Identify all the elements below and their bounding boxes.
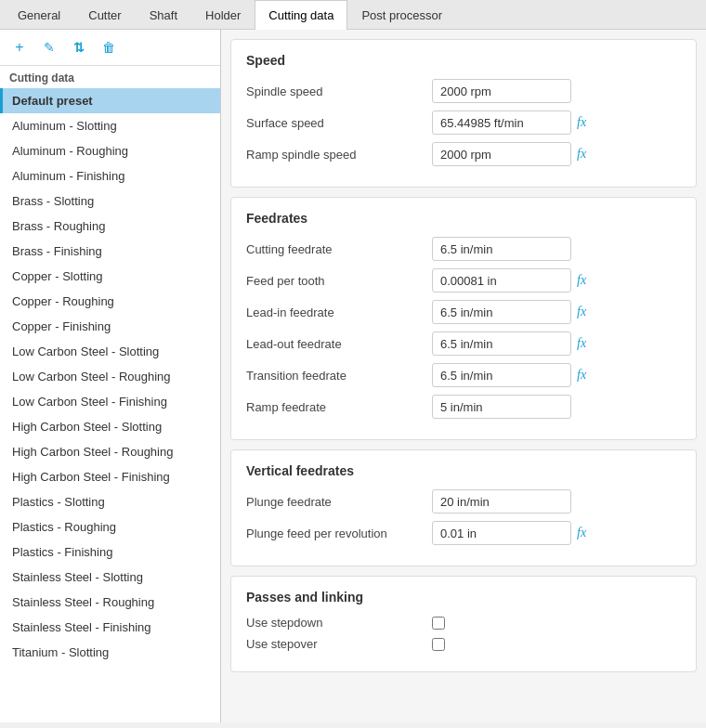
field-input-cutting-feedrate[interactable] <box>432 237 571 261</box>
add-preset-button[interactable]: + <box>7 35 32 59</box>
sidebar-item-aluminum-roughing[interactable]: Aluminum - Roughing <box>0 138 220 163</box>
field-row-cutting-feedrate: Cutting feedrate <box>246 237 681 261</box>
checkbox-label-use-stepover: Use stepover <box>246 637 432 651</box>
fx-button-lead-in-feedrate[interactable]: fx <box>577 305 586 319</box>
delete-preset-button[interactable]: 🗑 <box>97 35 121 59</box>
sidebar-item-stainless-slotting[interactable]: Stainless Steel - Slotting <box>0 565 220 590</box>
move-icon: ⇅ <box>73 40 85 55</box>
sidebar-toolbar: + ✎ ⇅ 🗑 <box>0 30 220 66</box>
sidebar-item-highcarbon-roughing[interactable]: High Carbon Steel - Roughing <box>0 439 220 464</box>
field-row-ramp-feedrate: Ramp feedrate <box>246 395 681 419</box>
field-label-transition-feedrate: Transition feedrate <box>246 369 432 383</box>
sidebar-item-plastics-roughing[interactable]: Plastics - Roughing <box>0 514 220 540</box>
sidebar-item-copper-finishing[interactable]: Copper - Finishing <box>0 314 220 339</box>
fx-button-ramp-spindle-speed[interactable]: fx <box>577 147 586 162</box>
content-panel: Speed Spindle speedSurface speedfxRamp s… <box>221 30 706 722</box>
vertical-feedrates-section: Vertical feedrates Plunge feedratePlunge… <box>230 449 697 566</box>
checkbox-input-use-stepdown[interactable] <box>432 617 445 630</box>
sidebar-item-highcarbon-finishing[interactable]: High Carbon Steel - Finishing <box>0 464 220 489</box>
field-input-feed-per-tooth[interactable] <box>432 268 571 292</box>
fx-button-feed-per-tooth[interactable]: fx <box>577 273 586 288</box>
sidebar-list: Default presetAluminum - SlottingAluminu… <box>0 88 220 722</box>
trash-icon: 🗑 <box>102 40 115 55</box>
field-value-wrap-lead-out-feedrate: fx <box>432 332 681 356</box>
speed-fields: Spindle speedSurface speedfxRamp spindle… <box>246 79 681 166</box>
sidebar-item-highcarbon-slotting[interactable]: High Carbon Steel - Slotting <box>0 414 220 439</box>
sidebar-item-aluminum-finishing[interactable]: Aluminum - Finishing <box>0 163 220 188</box>
passes-section: Passes and linking Use stepdownUse stepo… <box>230 576 697 672</box>
field-input-surface-speed[interactable] <box>432 110 571 135</box>
fx-button-transition-feedrate[interactable]: fx <box>577 368 586 383</box>
fx-button-surface-speed[interactable]: fx <box>577 115 586 130</box>
sidebar-item-lowcarbon-roughing[interactable]: Low Carbon Steel - Roughing <box>0 364 220 389</box>
field-value-wrap-surface-speed: fx <box>432 110 681 135</box>
field-row-feed-per-tooth: Feed per toothfx <box>246 268 681 292</box>
add-icon: + <box>15 39 23 56</box>
field-label-ramp-feedrate: Ramp feedrate <box>246 400 432 414</box>
sidebar-item-titanium-slotting[interactable]: Titanium - Slotting <box>0 640 220 665</box>
field-value-wrap-lead-in-feedrate: fx <box>432 300 681 324</box>
field-row-plunge-feed-per-rev: Plunge feed per revolutionfx <box>246 521 681 545</box>
sidebar-item-aluminum-slotting[interactable]: Aluminum - Slotting <box>0 113 220 138</box>
vertical-fields: Plunge feedratePlunge feed per revolutio… <box>246 489 681 545</box>
fx-button-lead-out-feedrate[interactable]: fx <box>577 336 586 351</box>
field-value-wrap-ramp-spindle-speed: fx <box>432 142 681 166</box>
feedrates-fields: Cutting feedrateFeed per toothfxLead-in … <box>246 237 681 419</box>
checkbox-input-use-stepover[interactable] <box>432 638 445 651</box>
tab-cutting-data[interactable]: Cutting data <box>255 0 347 30</box>
field-row-plunge-feedrate: Plunge feedrate <box>246 489 681 514</box>
main-area: + ✎ ⇅ 🗑 Cutting data Default presetAlumi… <box>0 30 706 722</box>
tab-post-processor[interactable]: Post processor <box>347 0 456 30</box>
field-label-ramp-spindle-speed: Ramp spindle speed <box>246 148 432 162</box>
field-input-ramp-feedrate[interactable] <box>432 395 571 419</box>
sidebar-item-default-preset[interactable]: Default preset <box>0 88 220 113</box>
field-label-surface-speed: Surface speed <box>246 116 432 130</box>
field-row-lead-out-feedrate: Lead-out feedratefx <box>246 332 681 356</box>
sidebar-item-brass-slotting[interactable]: Brass - Slotting <box>0 188 220 214</box>
tab-cutter[interactable]: Cutter <box>74 0 135 30</box>
sidebar-item-copper-slotting[interactable]: Copper - Slotting <box>0 264 220 289</box>
speed-section-title: Speed <box>246 53 681 68</box>
field-value-wrap-plunge-feedrate <box>432 489 681 514</box>
field-input-lead-in-feedrate[interactable] <box>432 300 571 324</box>
field-label-lead-in-feedrate: Lead-in feedrate <box>246 306 432 319</box>
sidebar-item-copper-roughing[interactable]: Copper - Roughing <box>0 289 220 314</box>
passes-fields: Use stepdownUse stepover <box>246 616 681 651</box>
field-input-transition-feedrate[interactable] <box>432 363 571 387</box>
checkbox-label-use-stepdown: Use stepdown <box>246 616 432 630</box>
feedrates-section-title: Feedrates <box>246 211 681 226</box>
edit-preset-button[interactable]: ✎ <box>37 35 61 59</box>
field-input-plunge-feedrate[interactable] <box>432 489 571 514</box>
tab-general[interactable]: General <box>4 0 74 30</box>
field-value-wrap-ramp-feedrate <box>432 395 681 419</box>
field-row-lead-in-feedrate: Lead-in feedratefx <box>246 300 681 324</box>
sidebar-item-stainless-roughing[interactable]: Stainless Steel - Roughing <box>0 590 220 615</box>
tab-holder[interactable]: Holder <box>191 0 255 30</box>
sidebar-item-brass-finishing[interactable]: Brass - Finishing <box>0 239 220 264</box>
sidebar-item-brass-roughing[interactable]: Brass - Roughing <box>0 214 220 239</box>
field-value-wrap-transition-feedrate: fx <box>432 363 681 387</box>
checkbox-row-use-stepdown: Use stepdown <box>246 616 681 630</box>
fx-button-plunge-feed-per-rev[interactable]: fx <box>577 526 586 540</box>
sidebar-item-plastics-slotting[interactable]: Plastics - Slotting <box>0 489 220 514</box>
move-preset-button[interactable]: ⇅ <box>67 35 91 59</box>
sidebar-item-plastics-finishing[interactable]: Plastics - Finishing <box>0 540 220 565</box>
sidebar-item-stainless-finishing[interactable]: Stainless Steel - Finishing <box>0 615 220 640</box>
sidebar-item-lowcarbon-slotting[interactable]: Low Carbon Steel - Slotting <box>0 339 220 364</box>
field-row-ramp-spindle-speed: Ramp spindle speedfx <box>246 142 681 166</box>
field-input-ramp-spindle-speed[interactable] <box>432 142 571 166</box>
field-input-lead-out-feedrate[interactable] <box>432 332 571 356</box>
field-label-cutting-feedrate: Cutting feedrate <box>246 242 432 256</box>
field-value-wrap-plunge-feed-per-rev: fx <box>432 521 681 545</box>
speed-section: Speed Spindle speedSurface speedfxRamp s… <box>230 39 697 188</box>
top-tab-bar: GeneralCutterShaftHolderCutting dataPost… <box>0 0 706 30</box>
tab-shaft[interactable]: Shaft <box>136 0 191 30</box>
field-input-spindle-speed[interactable] <box>432 79 571 103</box>
field-input-plunge-feed-per-rev[interactable] <box>432 521 571 545</box>
passes-section-title: Passes and linking <box>246 590 681 604</box>
feedrates-section: Feedrates Cutting feedrateFeed per tooth… <box>230 197 697 440</box>
sidebar-section-label: Cutting data <box>0 66 220 88</box>
field-value-wrap-feed-per-tooth: fx <box>432 268 681 292</box>
field-row-transition-feedrate: Transition feedratefx <box>246 363 681 387</box>
sidebar-item-lowcarbon-finishing[interactable]: Low Carbon Steel - Finishing <box>0 389 220 414</box>
